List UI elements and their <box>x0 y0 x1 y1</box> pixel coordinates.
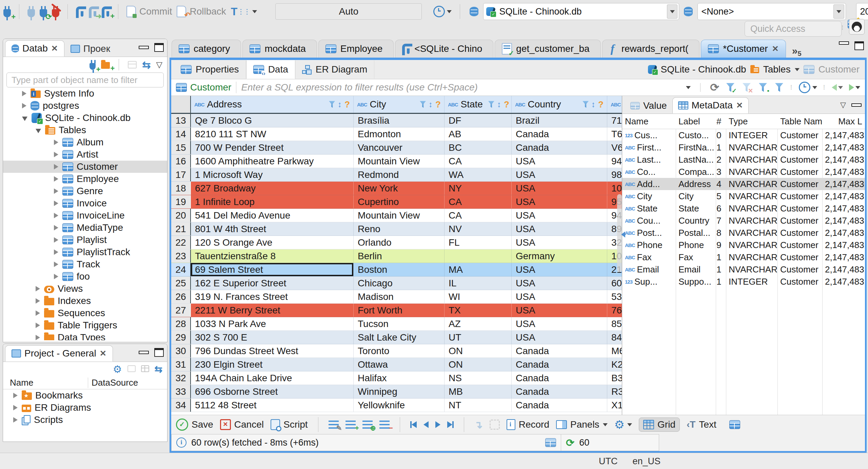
previous-row-icon[interactable] <box>423 421 429 428</box>
city-cell[interactable]: Halifax <box>354 371 445 385</box>
remove-filter-icon[interactable]: ✕ <box>742 82 752 93</box>
meta-col-name[interactable]: Name <box>622 116 676 127</box>
country-cell[interactable]: USA <box>512 317 607 330</box>
grid-view-button[interactable]: Grid <box>639 417 680 432</box>
city-cell[interactable]: Redmond <box>354 168 445 181</box>
minimize-icon[interactable] <box>139 351 149 354</box>
minimize-icon[interactable] <box>839 41 849 45</box>
close-icon[interactable]: ✕ <box>772 44 779 54</box>
state-cell[interactable]: AB <box>445 127 512 141</box>
city-cell[interactable]: Boston <box>354 263 445 276</box>
editor-subtab[interactable]: Data <box>246 60 295 79</box>
object-filter-field[interactable] <box>6 73 164 87</box>
column-header[interactable]: ABC Address ↕ ? <box>191 96 354 113</box>
breadcrumb-tables[interactable]: Tables <box>763 64 791 75</box>
tab-project-general[interactable]: Project - General ✕ <box>5 345 113 362</box>
meta-col-num[interactable]: # <box>716 116 726 127</box>
country-cell[interactable]: USA <box>512 304 607 317</box>
postalcode-cell[interactable]: 60 <box>607 277 622 290</box>
address-cell[interactable]: 627 Broadway <box>191 182 354 195</box>
address-cell[interactable]: 796 Dundas Street West <box>191 344 354 358</box>
state-cell[interactable]: WA <box>445 168 512 181</box>
meta-col-max[interactable]: Max L <box>822 116 865 127</box>
city-cell[interactable]: Tucson <box>354 317 445 330</box>
tree-item[interactable]: Invoice <box>3 197 167 209</box>
tree-item[interactable]: Playlist <box>3 234 167 246</box>
metadata-row[interactable]: 123Cus... Custo... 0 INTEGER Customer 2,… <box>622 129 865 141</box>
metadata-row[interactable]: ABCAdd... Address 4 NVARCHAR Customer 2,… <box>622 178 865 190</box>
column-filter-icon[interactable] <box>420 101 426 108</box>
tree-item[interactable]: postgres <box>3 100 167 112</box>
disconnect-icon[interactable] <box>52 6 59 17</box>
refresh-count-box[interactable]: ⟳ 60 <box>561 434 659 451</box>
sort-icon[interactable]: ↕ <box>591 100 595 109</box>
column-header-partial[interactable]: ABC <box>607 96 622 113</box>
metadata-row[interactable]: ABCFax Fax 1 NVARCHAR Customer 2,147,483 <box>622 251 865 263</box>
country-cell[interactable]: USA <box>512 182 607 195</box>
row-number-cell[interactable]: 27 <box>171 304 191 317</box>
tree-item[interactable]: PlaylistTrack <box>3 246 167 258</box>
column-name[interactable]: Name <box>3 378 88 388</box>
address-cell[interactable]: 1 Microsoft Way <box>191 168 354 181</box>
city-cell[interactable]: Mountain View <box>354 155 445 168</box>
breadcrumb-database[interactable]: SQLite - Chinook.db <box>661 64 746 75</box>
expand-arrow-icon[interactable] <box>22 117 27 121</box>
state-cell[interactable]: NV <box>445 222 512 236</box>
database-select-input[interactable] <box>498 6 664 17</box>
address-cell[interactable]: 319 N. Frances Street <box>191 290 354 303</box>
address-cell[interactable]: 2211 W Berry Street <box>191 304 354 317</box>
state-cell[interactable]: MA <box>445 263 512 276</box>
expand-arrow-icon[interactable] <box>54 164 58 169</box>
close-icon[interactable]: ✕ <box>736 101 743 110</box>
schema-select[interactable] <box>697 3 846 20</box>
country-cell[interactable]: Canada <box>512 344 607 358</box>
view-menu-icon[interactable]: ▽ <box>840 101 846 109</box>
metadata-row[interactable]: ABCPost... Postal... 8 NVARCHAR Customer… <box>622 227 865 239</box>
country-cell[interactable]: USA <box>512 222 607 236</box>
expand-arrow-icon[interactable] <box>54 152 58 157</box>
postalcode-cell[interactable]: 94 <box>607 155 622 168</box>
row-number-header[interactable] <box>171 96 191 113</box>
city-cell[interactable]: Winnipeg <box>354 385 445 398</box>
city-cell[interactable]: Brasília <box>354 114 445 127</box>
expand-arrow-icon[interactable] <box>54 213 58 218</box>
refresh-icon[interactable]: ⟳ <box>710 81 719 94</box>
expand-arrow-icon[interactable] <box>36 286 40 291</box>
row-number-cell[interactable]: 29 <box>171 331 191 344</box>
metadata-row[interactable]: ABCLast... LastNa... 2 NVARCHAR Customer… <box>622 154 865 166</box>
postalcode-cell[interactable]: 98 <box>607 168 622 181</box>
city-cell[interactable]: Fort Worth <box>354 304 445 317</box>
country-cell[interactable]: USA <box>512 209 607 222</box>
country-cell[interactable]: USA <box>512 168 607 181</box>
tree-item[interactable]: Tables <box>3 124 167 136</box>
postalcode-cell[interactable]: 85 <box>607 317 622 330</box>
expand-arrow-icon[interactable] <box>54 201 58 206</box>
column-header[interactable]: ABC State ↕ ? <box>445 96 512 113</box>
rollback-button[interactable]: Rollback <box>177 6 226 17</box>
nav-forward-icon[interactable] <box>849 84 860 91</box>
postalcode-cell[interactable]: 76 <box>607 304 622 317</box>
expand-arrow-icon[interactable] <box>54 225 58 230</box>
meta-col-table[interactable]: Table Name <box>777 116 822 127</box>
metadata-row[interactable]: ABCFirst... FirstNa... 1 NVARCHAR Custom… <box>622 141 865 154</box>
metadata-row[interactable]: ABCEmail Email 1 NVARCHAR Customer 2,147… <box>622 263 865 276</box>
row-number-cell[interactable]: 24 <box>171 263 191 276</box>
address-cell[interactable]: 120 S Orange Ave <box>191 236 354 249</box>
tab-value[interactable]: Value <box>625 98 672 114</box>
state-cell[interactable]: AZ <box>445 317 512 330</box>
postalcode-cell[interactable]: R3 <box>607 385 622 398</box>
address-cell[interactable]: 69 Salem Street <box>191 263 354 276</box>
state-cell[interactable]: NY <box>445 182 512 195</box>
postalcode-cell[interactable]: T6 <box>607 127 622 141</box>
record-button[interactable]: Record <box>507 419 549 430</box>
expand-arrow-icon[interactable] <box>54 274 58 279</box>
minimize-icon[interactable] <box>851 103 862 107</box>
project-tree-item[interactable]: ER Diagrams <box>3 402 167 414</box>
address-cell[interactable]: 696 Osborne Street <box>191 385 354 398</box>
state-cell[interactable]: FL <box>445 236 512 249</box>
tree-item[interactable]: System Info <box>3 87 167 100</box>
view-menu-icon[interactable]: ▽ <box>156 60 162 69</box>
city-cell[interactable]: Reno <box>354 222 445 236</box>
result-set-icon[interactable] <box>545 438 556 447</box>
metadata-row[interactable]: 123Sup... Suppo... 1 INTEGER Customer 2,… <box>622 276 865 288</box>
